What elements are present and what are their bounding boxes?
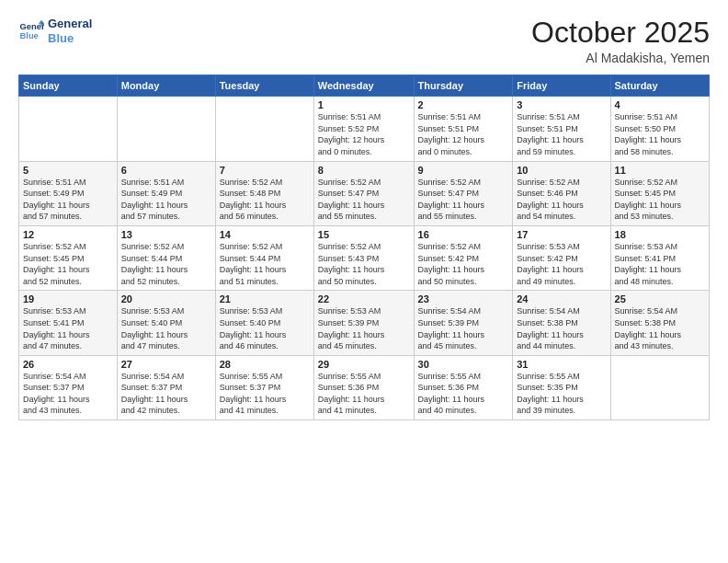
table-cell: 21Sunrise: 5:53 AMSunset: 5:40 PMDayligh… bbox=[215, 291, 313, 355]
table-cell: 18Sunrise: 5:53 AMSunset: 5:41 PMDayligh… bbox=[610, 225, 709, 290]
table-cell: 10Sunrise: 5:52 AMSunset: 5:46 PMDayligh… bbox=[513, 161, 610, 225]
table-cell: 23Sunrise: 5:54 AMSunset: 5:39 PMDayligh… bbox=[414, 291, 513, 355]
calendar-week-row: 12Sunrise: 5:52 AMSunset: 5:45 PMDayligh… bbox=[19, 225, 710, 290]
day-number: 28 bbox=[220, 359, 310, 370]
table-cell: 15Sunrise: 5:52 AMSunset: 5:43 PMDayligh… bbox=[313, 225, 414, 290]
day-info: Sunrise: 5:53 AMSunset: 5:40 PMDaylight:… bbox=[220, 305, 310, 351]
day-number: 5 bbox=[23, 165, 113, 176]
table-cell: 1Sunrise: 5:51 AMSunset: 5:52 PMDaylight… bbox=[313, 97, 414, 161]
day-info: Sunrise: 5:53 AMSunset: 5:39 PMDaylight:… bbox=[318, 305, 410, 351]
logo-line2: Blue bbox=[48, 31, 92, 46]
day-number: 19 bbox=[23, 293, 113, 304]
day-info: Sunrise: 5:51 AMSunset: 5:49 PMDaylight:… bbox=[121, 177, 211, 223]
logo-icon: General Blue bbox=[18, 18, 44, 44]
day-info: Sunrise: 5:51 AMSunset: 5:51 PMDaylight:… bbox=[418, 111, 509, 157]
table-cell: 8Sunrise: 5:52 AMSunset: 5:47 PMDaylight… bbox=[313, 161, 414, 225]
table-cell: 17Sunrise: 5:53 AMSunset: 5:42 PMDayligh… bbox=[513, 225, 610, 290]
month-title: October 2025 bbox=[531, 17, 710, 49]
col-monday: Monday bbox=[117, 75, 215, 97]
table-cell: 9Sunrise: 5:52 AMSunset: 5:47 PMDaylight… bbox=[414, 161, 513, 225]
day-info: Sunrise: 5:51 AMSunset: 5:51 PMDaylight:… bbox=[517, 111, 606, 157]
calendar-week-row: 19Sunrise: 5:53 AMSunset: 5:41 PMDayligh… bbox=[19, 291, 710, 355]
table-cell: 13Sunrise: 5:52 AMSunset: 5:44 PMDayligh… bbox=[117, 225, 215, 290]
table-cell: 20Sunrise: 5:53 AMSunset: 5:40 PMDayligh… bbox=[117, 291, 215, 355]
day-info: Sunrise: 5:55 AMSunset: 5:36 PMDaylight:… bbox=[418, 371, 509, 417]
day-number: 24 bbox=[517, 293, 606, 304]
table-cell: 30Sunrise: 5:55 AMSunset: 5:36 PMDayligh… bbox=[414, 355, 513, 419]
header: General Blue General Blue October 2025 A… bbox=[18, 17, 710, 65]
table-cell: 4Sunrise: 5:51 AMSunset: 5:50 PMDaylight… bbox=[610, 97, 709, 161]
calendar-week-row: 1Sunrise: 5:51 AMSunset: 5:52 PMDaylight… bbox=[19, 97, 710, 161]
logo-text: General Blue bbox=[48, 17, 92, 45]
day-number: 9 bbox=[418, 165, 509, 176]
day-number: 3 bbox=[517, 99, 606, 110]
day-info: Sunrise: 5:54 AMSunset: 5:39 PMDaylight:… bbox=[418, 305, 509, 351]
day-info: Sunrise: 5:52 AMSunset: 5:47 PMDaylight:… bbox=[418, 177, 509, 223]
day-number: 12 bbox=[23, 229, 113, 240]
day-number: 16 bbox=[418, 229, 509, 240]
col-sunday: Sunday bbox=[19, 75, 118, 97]
day-number: 1 bbox=[318, 99, 410, 110]
day-number: 22 bbox=[318, 293, 410, 304]
calendar-header-row: Sunday Monday Tuesday Wednesday Thursday… bbox=[19, 75, 710, 97]
day-number: 26 bbox=[23, 359, 113, 370]
col-thursday: Thursday bbox=[414, 75, 513, 97]
table-cell bbox=[19, 97, 118, 161]
day-number: 31 bbox=[517, 359, 606, 370]
location: Al Madakisha, Yemen bbox=[531, 51, 710, 65]
col-tuesday: Tuesday bbox=[215, 75, 313, 97]
day-info: Sunrise: 5:52 AMSunset: 5:45 PMDaylight:… bbox=[615, 177, 705, 223]
table-cell: 14Sunrise: 5:52 AMSunset: 5:44 PMDayligh… bbox=[215, 225, 313, 290]
day-info: Sunrise: 5:51 AMSunset: 5:52 PMDaylight:… bbox=[318, 111, 410, 157]
day-number: 7 bbox=[220, 165, 310, 176]
day-info: Sunrise: 5:52 AMSunset: 5:48 PMDaylight:… bbox=[220, 177, 310, 223]
table-cell: 28Sunrise: 5:55 AMSunset: 5:37 PMDayligh… bbox=[215, 355, 313, 419]
table-cell: 26Sunrise: 5:54 AMSunset: 5:37 PMDayligh… bbox=[19, 355, 118, 419]
day-number: 2 bbox=[418, 99, 509, 110]
day-number: 14 bbox=[220, 229, 310, 240]
day-info: Sunrise: 5:52 AMSunset: 5:44 PMDaylight:… bbox=[220, 241, 310, 287]
table-cell: 5Sunrise: 5:51 AMSunset: 5:49 PMDaylight… bbox=[19, 161, 118, 225]
svg-text:Blue: Blue bbox=[20, 30, 39, 40]
day-number: 25 bbox=[615, 293, 705, 304]
day-info: Sunrise: 5:54 AMSunset: 5:37 PMDaylight:… bbox=[121, 371, 211, 417]
table-cell bbox=[610, 355, 709, 419]
day-number: 17 bbox=[517, 229, 606, 240]
table-cell: 29Sunrise: 5:55 AMSunset: 5:36 PMDayligh… bbox=[313, 355, 414, 419]
page: General Blue General Blue October 2025 A… bbox=[0, 0, 728, 563]
table-cell: 11Sunrise: 5:52 AMSunset: 5:45 PMDayligh… bbox=[610, 161, 709, 225]
table-cell: 22Sunrise: 5:53 AMSunset: 5:39 PMDayligh… bbox=[313, 291, 414, 355]
day-info: Sunrise: 5:55 AMSunset: 5:36 PMDaylight:… bbox=[318, 371, 410, 417]
day-info: Sunrise: 5:53 AMSunset: 5:42 PMDaylight:… bbox=[517, 241, 606, 287]
day-info: Sunrise: 5:53 AMSunset: 5:40 PMDaylight:… bbox=[121, 305, 211, 351]
day-number: 13 bbox=[121, 229, 211, 240]
table-cell: 6Sunrise: 5:51 AMSunset: 5:49 PMDaylight… bbox=[117, 161, 215, 225]
calendar: Sunday Monday Tuesday Wednesday Thursday… bbox=[18, 75, 710, 420]
day-info: Sunrise: 5:52 AMSunset: 5:45 PMDaylight:… bbox=[23, 241, 113, 287]
day-number: 8 bbox=[318, 165, 410, 176]
table-cell: 12Sunrise: 5:52 AMSunset: 5:45 PMDayligh… bbox=[19, 225, 118, 290]
day-number: 20 bbox=[121, 293, 211, 304]
day-info: Sunrise: 5:52 AMSunset: 5:47 PMDaylight:… bbox=[318, 177, 410, 223]
col-saturday: Saturday bbox=[610, 75, 709, 97]
day-info: Sunrise: 5:52 AMSunset: 5:43 PMDaylight:… bbox=[318, 241, 410, 287]
table-cell: 7Sunrise: 5:52 AMSunset: 5:48 PMDaylight… bbox=[215, 161, 313, 225]
day-number: 11 bbox=[615, 165, 705, 176]
day-info: Sunrise: 5:55 AMSunset: 5:37 PMDaylight:… bbox=[220, 371, 310, 417]
day-number: 10 bbox=[517, 165, 606, 176]
day-number: 4 bbox=[615, 99, 705, 110]
col-friday: Friday bbox=[513, 75, 610, 97]
table-cell: 27Sunrise: 5:54 AMSunset: 5:37 PMDayligh… bbox=[117, 355, 215, 419]
day-info: Sunrise: 5:52 AMSunset: 5:46 PMDaylight:… bbox=[517, 177, 606, 223]
table-cell bbox=[117, 97, 215, 161]
table-cell: 19Sunrise: 5:53 AMSunset: 5:41 PMDayligh… bbox=[19, 291, 118, 355]
logo-line1: General bbox=[48, 17, 92, 31]
day-number: 21 bbox=[220, 293, 310, 304]
day-number: 29 bbox=[318, 359, 410, 370]
table-cell: 31Sunrise: 5:55 AMSunset: 5:35 PMDayligh… bbox=[513, 355, 610, 419]
day-info: Sunrise: 5:53 AMSunset: 5:41 PMDaylight:… bbox=[615, 241, 705, 287]
day-number: 23 bbox=[418, 293, 509, 304]
day-number: 18 bbox=[615, 229, 705, 240]
table-cell: 2Sunrise: 5:51 AMSunset: 5:51 PMDaylight… bbox=[414, 97, 513, 161]
day-info: Sunrise: 5:51 AMSunset: 5:49 PMDaylight:… bbox=[23, 177, 113, 223]
